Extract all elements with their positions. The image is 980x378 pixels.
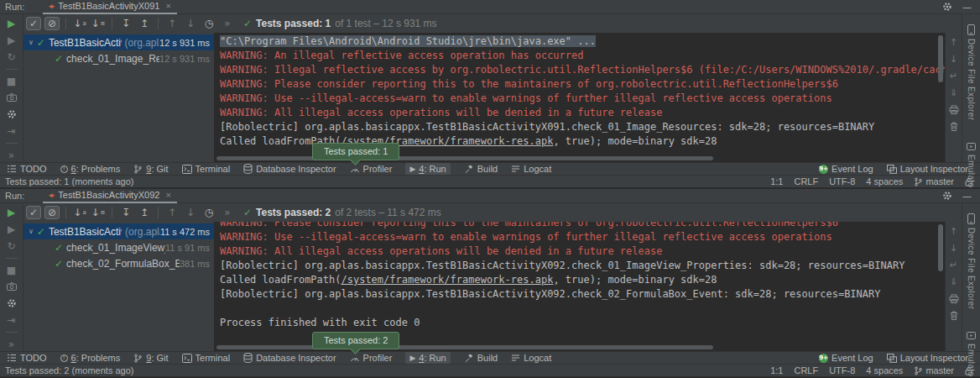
tab-git[interactable]: 9: Git — [133, 164, 168, 174]
test-tree-node[interactable]: ✓check_01_ImageView_Properties11 s 91 ms — [23, 239, 214, 255]
toggle-auto-test-icon[interactable]: ↻ — [4, 239, 19, 253]
hide-icon[interactable]: — — [962, 191, 972, 202]
soft-wrap-icon[interactable]: ↵ — [947, 259, 961, 271]
console-link[interactable]: /system/framework/framework-res.apk — [341, 274, 554, 286]
tab-terminal[interactable]: Terminal — [182, 353, 231, 363]
rerun-failed-tests-icon[interactable]: ▶ — [4, 223, 19, 236]
rerun-icon[interactable]: ▶ — [4, 206, 19, 219]
sort-by-duration-icon[interactable]: ↓≡ — [91, 17, 106, 30]
tab-todo[interactable]: TODO — [7, 353, 47, 363]
device-file-explorer-button[interactable]: Device File Explorer — [967, 24, 976, 120]
soft-wrap-icon[interactable]: ↵ — [947, 70, 961, 82]
show-passed-toggle-icon[interactable]: ✓ — [26, 206, 41, 219]
next-occurrence-icon[interactable]: ↓ — [183, 206, 198, 219]
collapse-all-icon[interactable]: ↥ — [137, 17, 152, 30]
sort-by-duration-icon[interactable]: ↓≡ — [91, 206, 106, 219]
status-widget[interactable]: 4 spaces — [866, 176, 903, 186]
tab-terminal[interactable]: Terminal — [182, 164, 231, 174]
prev-message-icon[interactable]: ↑ — [947, 225, 961, 238]
console-vscrollbar[interactable] — [938, 35, 943, 82]
tab-problems[interactable]: !6: Problems — [60, 164, 121, 174]
event-log-button[interactable]: 9+Event Log — [819, 164, 873, 174]
test-tree-node[interactable]: ✓check_01_Image_Resources12 s 931 ms — [23, 50, 214, 66]
close-icon[interactable]: × — [165, 190, 170, 200]
test-history-icon[interactable]: ◷ — [201, 206, 216, 219]
sort-alphabetically-icon[interactable]: ↓a — [72, 17, 87, 30]
prev-message-icon[interactable]: ↑ — [947, 36, 961, 49]
run-tab-x092[interactable]: ◂▸ TestB1BasicActivityX092 × — [43, 189, 177, 203]
more-toolbar-icon[interactable]: » — [220, 17, 235, 30]
next-message-icon[interactable]: ↓ — [947, 53, 961, 66]
sort-alphabetically-icon[interactable]: ↓a — [72, 206, 87, 219]
print-icon[interactable] — [947, 292, 961, 305]
status-widget[interactable]: CRLF — [794, 365, 818, 375]
test-tree-node[interactable]: ✓check_02_FormulaBox_Event381 ms — [23, 255, 214, 271]
more-options-icon[interactable]: » — [4, 149, 19, 162]
next-message-icon[interactable]: ↓ — [947, 242, 961, 255]
expand-all-icon[interactable]: ↧ — [118, 206, 133, 219]
status-widget[interactable]: 1:1 — [770, 365, 783, 375]
device-file-explorer-button[interactable]: Device File Explorer — [967, 213, 976, 309]
rerun-icon[interactable]: ▶ — [4, 17, 19, 30]
test-settings-icon[interactable] — [4, 297, 19, 310]
import-test-results-icon[interactable]: ⇥ — [4, 124, 19, 138]
expand-all-icon[interactable]: ↧ — [118, 17, 133, 30]
show-ignored-toggle-icon[interactable]: ⊘ — [44, 206, 60, 219]
event-log-button[interactable]: 9+Event Log — [819, 353, 873, 363]
scroll-to-end-icon[interactable]: ⇓ — [947, 87, 961, 99]
tab-run[interactable]: ▶4: Run — [405, 163, 450, 175]
tab-database-inspector[interactable]: Database Inspector — [243, 353, 336, 363]
next-occurrence-icon[interactable]: ↓ — [183, 17, 198, 30]
tab-build[interactable]: Build — [464, 353, 498, 363]
more-options-icon[interactable]: » — [4, 338, 19, 351]
tab-todo[interactable]: TODO — [7, 164, 47, 174]
tab-logcat[interactable]: Logcat — [511, 353, 551, 363]
git-branch-widget[interactable]: master — [914, 176, 954, 186]
toggle-auto-test-icon[interactable]: ↻ — [4, 50, 19, 64]
console-hscrollbar[interactable] — [216, 156, 713, 160]
test-tree-node[interactable]: ∨✓TestB1BasicActivityX091(org.aplas.b12 … — [23, 34, 214, 50]
import-test-results-icon[interactable]: ⇥ — [4, 313, 19, 327]
show-passed-toggle-icon[interactable]: ✓ — [26, 17, 41, 30]
print-icon[interactable] — [947, 103, 961, 116]
layout-inspector-button[interactable]: Layout Inspector — [887, 353, 968, 363]
tab-logcat[interactable]: Logcat — [511, 164, 551, 174]
tab-profiler[interactable]: Profiler — [350, 164, 393, 174]
git-branch-widget[interactable]: master — [914, 365, 954, 375]
collapse-all-icon[interactable]: ↥ — [137, 206, 152, 219]
tab-run[interactable]: ▶4: Run — [405, 352, 450, 364]
status-widget[interactable]: UTF-8 — [829, 365, 855, 375]
test-history-icon[interactable]: ◷ — [201, 17, 216, 30]
tab-problems[interactable]: !6: Problems — [60, 353, 121, 363]
stop-icon[interactable]: ■ — [4, 264, 19, 277]
test-settings-icon[interactable] — [4, 108, 19, 121]
gear-icon[interactable] — [942, 2, 952, 12]
tab-build[interactable]: Build — [464, 164, 498, 174]
clear-all-icon[interactable] — [947, 309, 961, 322]
chevron-down-icon[interactable]: ∨ — [29, 39, 34, 46]
previous-occurrence-icon[interactable]: ↑ — [164, 17, 180, 30]
gear-icon[interactable] — [942, 191, 952, 201]
hide-icon[interactable]: — — [962, 2, 972, 13]
clear-all-icon[interactable] — [947, 120, 961, 133]
show-ignored-toggle-icon[interactable]: ⊘ — [44, 17, 60, 30]
test-tree-node[interactable]: ∨✓TestB1BasicActivityX092(org.aplas.b11 … — [23, 223, 214, 239]
scroll-to-end-icon[interactable]: ⇓ — [947, 276, 961, 288]
screenshot-icon[interactable] — [4, 280, 19, 293]
tab-database-inspector[interactable]: Database Inspector — [243, 164, 336, 174]
rerun-failed-tests-icon[interactable]: ▶ — [4, 34, 19, 47]
status-widget[interactable]: 4 spaces — [866, 365, 903, 375]
stop-icon[interactable]: ■ — [4, 75, 19, 88]
status-widget[interactable]: 1:1 — [770, 176, 783, 186]
status-widget[interactable]: UTF-8 — [829, 176, 855, 186]
status-widget[interactable]: CRLF — [794, 176, 818, 186]
tab-git[interactable]: 9: Git — [133, 353, 168, 363]
console-hscrollbar[interactable] — [216, 345, 713, 349]
previous-occurrence-icon[interactable]: ↑ — [164, 206, 180, 219]
console-vscrollbar[interactable] — [938, 224, 943, 271]
close-icon[interactable]: × — [165, 1, 170, 11]
screenshot-icon[interactable] — [4, 91, 19, 104]
chevron-down-icon[interactable]: ∨ — [29, 228, 34, 235]
tab-profiler[interactable]: Profiler — [350, 353, 393, 363]
run-tab-x091[interactable]: ◂▸ TestB1BasicActivityX091 × — [43, 0, 177, 14]
